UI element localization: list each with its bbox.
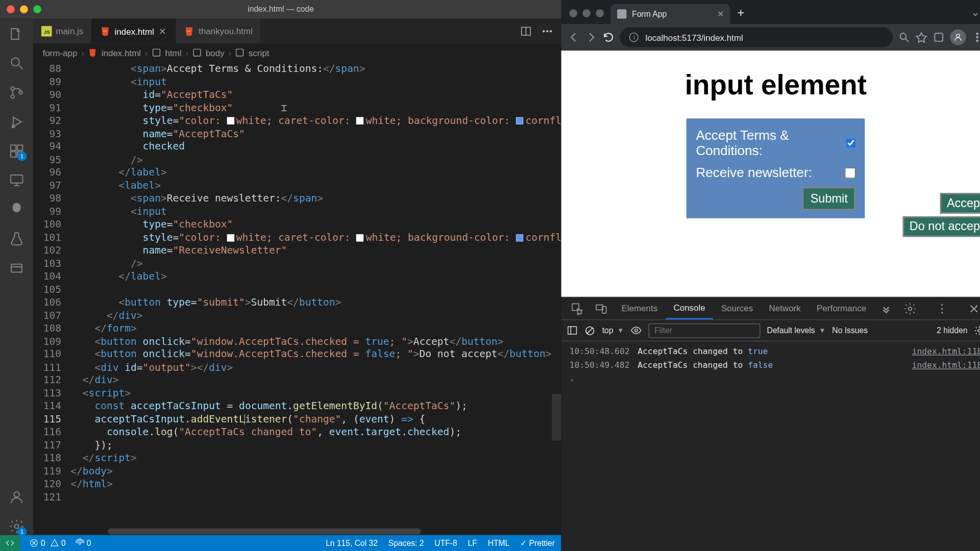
fullscreen-window-icon[interactable] xyxy=(33,5,41,13)
log-source-link[interactable]: index.html:118 xyxy=(912,360,980,370)
run-debug-icon[interactable] xyxy=(8,113,26,131)
testing-icon[interactable] xyxy=(8,230,26,247)
eol[interactable]: LF xyxy=(468,538,477,547)
live-expression-icon[interactable] xyxy=(630,325,642,336)
svg-point-0 xyxy=(11,58,19,66)
devtools-tab-console[interactable]: Console xyxy=(666,297,714,319)
reload-icon[interactable] xyxy=(603,31,615,43)
tab-thankyou-html[interactable]: <> thankyou.html xyxy=(176,19,261,43)
bookmark-star-icon[interactable] xyxy=(916,31,927,43)
new-tab-button[interactable]: + xyxy=(730,6,751,24)
svg-point-46 xyxy=(976,37,978,38)
svg-rect-48 xyxy=(573,304,579,310)
remote-indicator[interactable] xyxy=(0,535,20,551)
clear-console-icon[interactable] xyxy=(585,325,596,336)
browser-tab-strip: Form App ✕ + ⌄ xyxy=(561,0,980,24)
more-actions-icon[interactable] xyxy=(542,25,553,37)
form-row[interactable]: Accept Terms & Conditions: xyxy=(696,128,855,158)
device-toolbar-icon[interactable] xyxy=(595,302,608,315)
devtools-tab-elements[interactable]: Elements xyxy=(614,297,666,319)
devtools-menu-icon[interactable] xyxy=(936,302,949,315)
close-window-icon[interactable] xyxy=(7,5,15,13)
svg-rect-33 xyxy=(153,49,160,56)
breadcrumb-segment[interactable]: html xyxy=(165,47,181,58)
devtools-settings-icon[interactable] xyxy=(903,302,917,315)
explorer-icon[interactable] xyxy=(8,26,26,43)
tab-main-js[interactable]: JS main.js xyxy=(33,19,92,43)
breadcrumb-segment[interactable]: script xyxy=(249,47,270,58)
console-filter-input[interactable] xyxy=(648,323,760,338)
profile-avatar-icon[interactable] xyxy=(950,29,966,45)
breadcrumb-segment[interactable]: form-app xyxy=(42,47,77,58)
minimize-window-icon[interactable] xyxy=(583,9,591,17)
tab-dropdown-icon[interactable]: ⌄ xyxy=(965,6,980,24)
svg-rect-34 xyxy=(193,49,201,56)
code-editor[interactable]: 8889909192939495969798991001011021031041… xyxy=(33,61,561,528)
svg-point-44 xyxy=(957,34,960,37)
zoom-icon[interactable] xyxy=(898,31,910,43)
line-gutter: 8889909192939495969798991001011021031041… xyxy=(33,61,70,528)
remote-explorer-icon[interactable] xyxy=(8,172,26,189)
submit-button[interactable]: Submit xyxy=(802,187,855,211)
settings-gear-icon[interactable]: 1 xyxy=(8,518,26,535)
close-window-icon[interactable] xyxy=(570,9,578,17)
language-mode[interactable]: HTML xyxy=(488,538,510,547)
devtools-tab-sources[interactable]: Sources xyxy=(713,297,761,319)
split-editor-icon[interactable] xyxy=(520,25,532,37)
tab-index-html[interactable]: <> index.html xyxy=(92,19,176,43)
back-icon[interactable] xyxy=(568,31,580,43)
site-info-icon[interactable]: i xyxy=(629,33,639,42)
form-row[interactable]: Receive newsletter: xyxy=(696,165,855,180)
minimize-window-icon[interactable] xyxy=(20,5,28,13)
breadcrumb[interactable]: form-app› index.html› html› body› script xyxy=(33,44,561,61)
ports-indicator[interactable]: 0 xyxy=(75,538,91,548)
log-source-link[interactable]: index.html:118 xyxy=(912,346,980,356)
accept-tacs-checkbox[interactable] xyxy=(846,138,855,148)
newsletter-checkbox[interactable] xyxy=(845,167,856,178)
do-not-accept-button[interactable]: Do not accept xyxy=(903,216,980,237)
browser-tab[interactable]: Form App ✕ xyxy=(611,4,731,24)
ports-icon[interactable] xyxy=(8,260,26,277)
minimap-slider[interactable] xyxy=(552,394,561,440)
breadcrumb-segment[interactable]: index.html xyxy=(102,47,141,58)
console-prompt[interactable]: › xyxy=(561,372,980,387)
more-tabs-icon[interactable] xyxy=(879,302,893,315)
fullscreen-window-icon[interactable] xyxy=(596,9,604,17)
close-tab-icon[interactable]: ✕ xyxy=(717,9,724,18)
hidden-messages[interactable]: 2 hidden xyxy=(937,325,967,335)
browser-menu-icon[interactable] xyxy=(971,31,980,43)
cursor-position[interactable]: Ln 115, Col 32 xyxy=(326,538,378,547)
execution-context[interactable]: top▼ xyxy=(602,325,624,335)
breadcrumb-segment[interactable]: body xyxy=(206,47,225,58)
minimap[interactable] xyxy=(552,61,561,528)
search-icon[interactable] xyxy=(8,55,26,72)
horizontal-scrollbar[interactable] xyxy=(33,528,561,535)
window-controls xyxy=(0,5,41,13)
forward-icon[interactable] xyxy=(585,31,597,43)
extensions-icon[interactable]: 1 xyxy=(8,142,26,160)
scrollbar-thumb[interactable] xyxy=(108,529,421,535)
code-content[interactable]: <span>Accept Terms & Conditions:</span> … xyxy=(70,61,561,528)
source-control-icon[interactable] xyxy=(8,84,26,101)
accept-button[interactable]: Accept xyxy=(940,193,980,213)
console-output[interactable]: 10:50:48.602 AcceptTaCs changed to true … xyxy=(561,341,980,551)
tab-label: index.html xyxy=(115,27,154,37)
issues-indicator[interactable]: No Issues xyxy=(832,325,868,335)
console-settings-icon[interactable] xyxy=(974,325,980,336)
devtools-close-icon[interactable] xyxy=(967,302,980,315)
devtools-tab-network[interactable]: Network xyxy=(761,297,809,319)
prettier-status[interactable]: ✓ Prettier xyxy=(520,538,555,547)
problems-indicator[interactable]: 0 0 xyxy=(29,538,65,548)
log-levels[interactable]: Default levels▼ xyxy=(767,325,826,335)
devtools-tab-performance[interactable]: Performance xyxy=(808,297,874,319)
svg-point-53 xyxy=(941,308,943,309)
copilot-icon[interactable] xyxy=(8,201,26,218)
console-sidebar-icon[interactable] xyxy=(567,325,578,336)
extensions-puzzle-icon[interactable] xyxy=(933,31,945,43)
encoding[interactable]: UTF-8 xyxy=(434,538,457,547)
close-tab-icon[interactable] xyxy=(158,27,167,36)
address-bar[interactable]: i localhost:5173/index.html xyxy=(620,27,893,47)
inspect-element-icon[interactable] xyxy=(571,302,584,315)
accounts-icon[interactable] xyxy=(8,488,26,506)
indentation[interactable]: Spaces: 2 xyxy=(388,538,424,547)
